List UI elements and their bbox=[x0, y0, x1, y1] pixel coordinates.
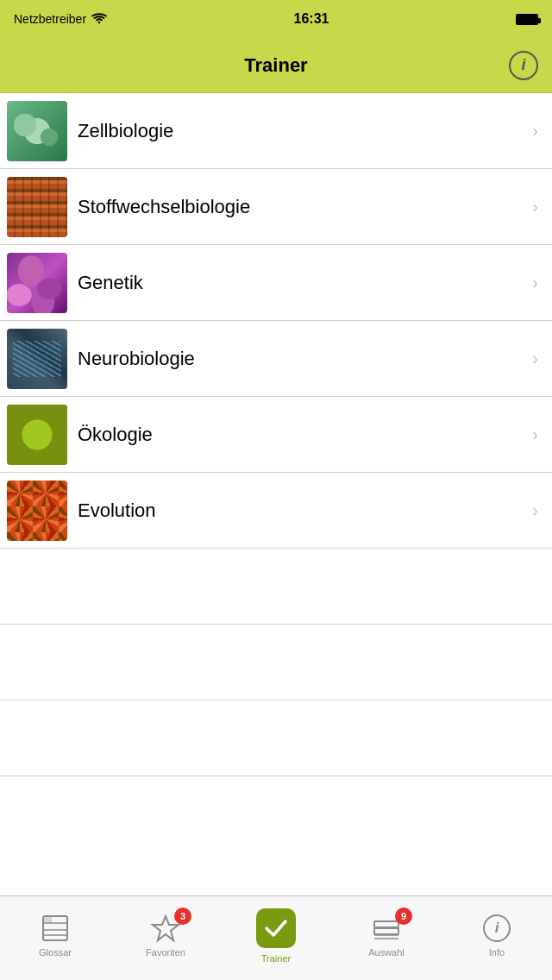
list-item-zellbiologie[interactable]: Zellbiologie › bbox=[0, 93, 552, 169]
label-genetik: Genetik bbox=[78, 272, 525, 294]
thumb-oekologie bbox=[7, 405, 67, 465]
label-evolution: Evolution bbox=[78, 499, 525, 522]
empty-row-2 bbox=[0, 625, 552, 700]
glossar-icon bbox=[40, 914, 71, 942]
trainer-icon-bg bbox=[256, 908, 296, 948]
svg-rect-7 bbox=[374, 921, 398, 927]
chevron-icon-oekologie: › bbox=[532, 424, 538, 444]
info-icon-wrap: i bbox=[478, 913, 516, 944]
list-item-oekologie[interactable]: Ökologie › bbox=[0, 397, 552, 473]
tab-trainer[interactable]: Trainer bbox=[221, 907, 331, 964]
tab-info[interactable]: i Info bbox=[442, 913, 552, 958]
battery-icon bbox=[516, 14, 538, 25]
status-bar: Netzbetreiber 16:31 bbox=[0, 0, 552, 38]
trainer-icon-wrap bbox=[254, 907, 298, 950]
tab-info-label: Info bbox=[489, 947, 505, 958]
chevron-icon-zellbiologie: › bbox=[532, 121, 538, 141]
tab-trainer-label: Trainer bbox=[261, 953, 291, 964]
status-bar-right bbox=[516, 14, 538, 25]
label-oekologie: Ökologie bbox=[78, 424, 525, 446]
list-item-evolution[interactable]: Evolution › bbox=[0, 473, 552, 549]
thumb-stoffwechselbiologie bbox=[7, 177, 67, 237]
empty-row-1 bbox=[0, 549, 552, 625]
thumb-genetik bbox=[7, 253, 67, 313]
list-item-neurobiologie[interactable]: Neurobiologie › bbox=[0, 321, 552, 397]
empty-row-3 bbox=[0, 700, 552, 776]
tab-glossar[interactable]: Glossar bbox=[0, 913, 110, 958]
chevron-icon-evolution: › bbox=[532, 500, 538, 520]
tab-favoriten-label: Favoriten bbox=[146, 947, 185, 958]
svg-rect-6 bbox=[374, 928, 398, 934]
list-item-genetik[interactable]: Genetik › bbox=[0, 245, 552, 321]
auswahl-badge: 9 bbox=[395, 908, 412, 925]
carrier-label: Netzbetreiber bbox=[14, 12, 86, 26]
nav-bar: Trainer i bbox=[0, 38, 552, 93]
tab-glossar-label: Glossar bbox=[39, 947, 72, 958]
chevron-icon-genetik: › bbox=[532, 273, 538, 292]
auswahl-icon-wrap: 9 bbox=[367, 913, 405, 944]
time-display: 16:31 bbox=[294, 11, 329, 27]
tab-favoriten[interactable]: 3 Favoriten bbox=[110, 913, 221, 958]
status-bar-left: Netzbetreiber bbox=[14, 12, 107, 27]
svg-rect-4 bbox=[43, 916, 52, 923]
tab-auswahl[interactable]: 9 Auswahl bbox=[331, 913, 442, 958]
info-icon: i bbox=[483, 914, 511, 942]
label-zellbiologie: Zellbiologie bbox=[78, 120, 525, 142]
wifi-icon bbox=[91, 12, 107, 27]
list-item-stoffwechselbiologie[interactable]: Stoffwechselbiologie › bbox=[0, 169, 552, 245]
main-content: Zellbiologie › Stoffwechselbiologie › Ge… bbox=[0, 93, 552, 895]
label-stoffwechselbiologie: Stoffwechselbiologie bbox=[78, 196, 525, 218]
nav-title: Trainer bbox=[244, 54, 307, 77]
check-icon bbox=[264, 919, 288, 938]
thumb-neurobiologie bbox=[7, 329, 67, 389]
tab-auswahl-label: Auswahl bbox=[368, 947, 405, 958]
thumb-evolution bbox=[7, 481, 67, 541]
nav-info-button[interactable]: i bbox=[509, 51, 538, 80]
favoriten-badge: 3 bbox=[174, 908, 191, 925]
topic-list: Zellbiologie › Stoffwechselbiologie › Ge… bbox=[0, 93, 552, 776]
thumb-zellbiologie bbox=[7, 101, 67, 161]
label-neurobiologie: Neurobiologie bbox=[78, 348, 525, 370]
glossar-icon-wrap bbox=[36, 913, 74, 944]
chevron-icon-stoffwechselbiologie: › bbox=[532, 197, 538, 217]
tab-bar: Glossar 3 Favoriten Trainer bbox=[0, 895, 552, 980]
favoriten-icon-wrap: 3 bbox=[147, 913, 185, 944]
chevron-icon-neurobiologie: › bbox=[532, 349, 538, 368]
